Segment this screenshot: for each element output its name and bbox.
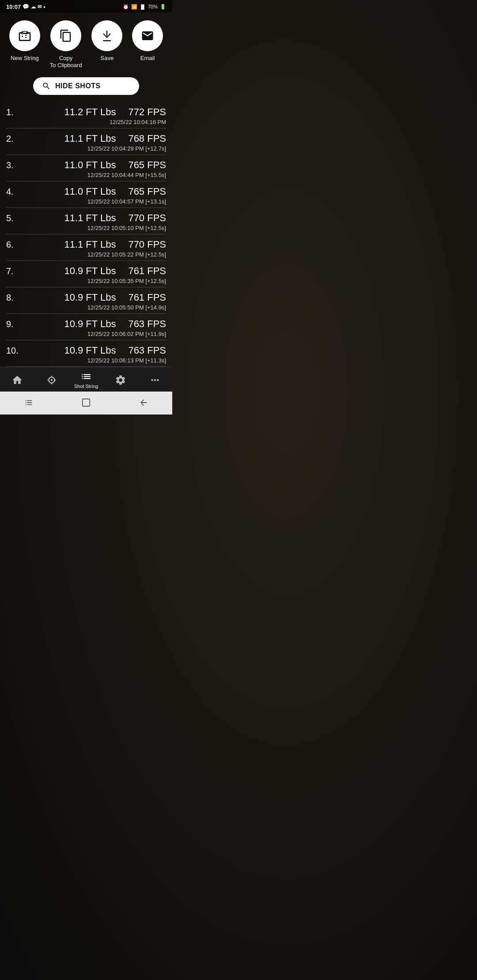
copy-clipboard-button[interactable]: Copy To Clipboard [50,20,82,68]
nav-shot-string[interactable]: Shot String [69,371,103,389]
save-icon-circle [91,20,122,51]
nav-aim[interactable] [34,374,69,386]
shot-fps: 770 FPS [128,239,166,250]
shot-fps: 770 FPS [128,212,166,224]
copy-icon-circle [50,20,81,51]
table-row: 8.10.9 FT Lbs761 FPS12/25/22 10:05:50 PM… [6,287,166,314]
table-row: 1.11.2 FT Lbs772 FPS12/25/22 10:04:16 PM [6,102,166,128]
shot-number: 7. [6,265,22,276]
email-label: Email [140,55,155,62]
shot-timestamp: 12/25/22 10:05:50 PM [+14.9s] [87,304,166,311]
shot-number: 4. [6,186,22,197]
shots-list: 1.11.2 FT Lbs772 FPS12/25/22 10:04:16 PM… [0,102,172,367]
battery-level: 70% [148,4,158,9]
search-bar-wrapper: HIDE SHOTS [0,75,172,102]
table-row: 7.10.9 FT Lbs761 FPS12/25/22 10:05:35 PM… [6,261,166,287]
nav-settings[interactable] [103,374,138,386]
new-string-button[interactable]: New String [9,20,40,62]
shot-fps: 761 FPS [128,265,166,277]
system-recent-button[interactable] [17,396,41,411]
shot-fps: 768 FPS [128,133,166,144]
hide-shots-button[interactable]: HIDE SHOTS [33,77,139,95]
shot-energy: 11.0 FT Lbs [64,159,116,171]
save-button[interactable]: Save [91,20,122,62]
settings-icon [115,374,126,386]
shot-timestamp: 12/25/22 10:04:57 PM [+13.1s] [87,198,166,205]
shot-fps: 763 FPS [128,345,166,356]
shot-number: 6. [6,239,22,250]
shot-timestamp: 12/25/22 10:04:29 PM [+12.7s] [87,145,166,152]
bottom-nav: Shot String [0,367,172,392]
email-button[interactable]: Email [132,20,163,62]
table-row: 4.11.0 FT Lbs765 FPS12/25/22 10:04:57 PM… [6,181,166,208]
shot-fps: 772 FPS [128,106,166,118]
svg-rect-0 [83,399,90,407]
shot-number: 8. [6,292,22,303]
system-home-button[interactable] [74,396,98,411]
copy-label: Copy To Clipboard [50,55,82,68]
shot-timestamp: 12/25/22 10:05:35 PM [+12.5s] [87,278,166,284]
recent-apps-icon [24,398,34,407]
home-icon [11,374,23,386]
table-row: 10.10.9 FT Lbs763 FPS12/25/22 10:06:13 P… [6,340,166,367]
signal-icon: ▐▌ [140,4,146,9]
email-icon [141,29,154,42]
table-row: 9.10.9 FT Lbs763 FPS12/25/22 10:06:02 PM… [6,314,166,340]
shot-fps: 761 FPS [128,292,166,303]
shot-number: 1. [6,106,22,117]
save-label: Save [101,55,114,62]
shot-timestamp: 12/25/22 10:05:22 PM [+12.5s] [87,251,166,258]
shot-energy: 11.1 FT Lbs [64,212,116,224]
shot-number: 9. [6,318,22,329]
search-icon [42,82,51,90]
shot-timestamp: 12/25/22 10:06:13 PM [+11.3s] [87,357,166,364]
status-time: 10:07 [6,4,21,10]
shot-energy: 11.1 FT Lbs [64,133,116,144]
system-home-icon [81,398,91,407]
shot-energy: 11.1 FT Lbs [64,239,116,250]
copy-icon [59,29,72,42]
shot-energy: 10.9 FT Lbs [64,345,116,356]
save-icon [100,29,114,42]
dot-indicator: • [43,4,45,10]
email-icon-circle [132,20,163,51]
action-buttons-row: New String Copy To Clipboard Save [0,12,172,75]
new-string-icon [18,29,32,43]
chat-icon: 💬 [23,4,29,10]
battery-icon: 🔋 [160,4,166,10]
shot-number: 5. [6,212,22,223]
wifi-icon: 📶 [131,4,137,10]
message-icon: ✉ [38,4,42,10]
shot-timestamp: 12/25/22 10:05:10 PM [+12.5s] [87,225,166,231]
shot-energy: 11.2 FT Lbs [64,106,116,118]
shot-string-label: Shot String [74,384,98,389]
system-back-button[interactable] [132,396,155,411]
shot-energy: 11.0 FT Lbs [64,186,116,197]
new-string-icon-circle [9,20,40,51]
hide-shots-label: HIDE SHOTS [55,82,101,90]
status-bar: 10:07 💬 ☁ ✉ • ⏰ 📶 ▐▌ 70% 🔋 [0,0,172,12]
nav-more[interactable] [138,374,172,386]
shot-number: 3. [6,159,22,170]
back-icon [139,398,148,407]
shot-energy: 10.9 FT Lbs [64,265,116,277]
table-row: 2.11.1 FT Lbs768 FPS12/25/22 10:04:29 PM… [6,128,166,155]
shot-timestamp: 12/25/22 10:04:44 PM [+15.5s] [87,172,166,178]
aim-icon [46,374,57,386]
table-row: 3.11.0 FT Lbs765 FPS12/25/22 10:04:44 PM… [6,155,166,181]
new-string-label: New String [11,55,39,62]
shot-energy: 10.9 FT Lbs [64,318,116,330]
shot-fps: 765 FPS [128,159,166,171]
cloud-icon: ☁ [31,4,36,10]
shot-fps: 763 FPS [128,318,166,330]
shot-energy: 10.9 FT Lbs [64,292,116,303]
shot-number: 10. [6,345,22,356]
system-nav [0,392,172,415]
shot-timestamp: 12/25/22 10:06:02 PM [+11.9s] [87,331,166,337]
table-row: 6.11.1 FT Lbs770 FPS12/25/22 10:05:22 PM… [6,234,166,261]
table-row: 5.11.1 FT Lbs770 FPS12/25/22 10:05:10 PM… [6,208,166,234]
alarm-icon: ⏰ [123,4,129,10]
nav-home[interactable] [0,374,34,386]
more-icon [149,374,161,386]
shot-string-icon [80,371,92,382]
